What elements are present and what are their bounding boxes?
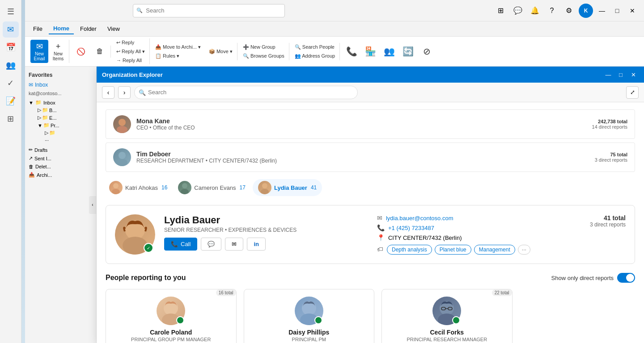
folder-b[interactable]: ▷📁B... <box>34 106 96 114</box>
folder-e[interactable]: ▷📁E... <box>34 114 96 121</box>
title-bar-search-wrap[interactable] <box>133 4 285 17</box>
profile-details: Lydia Bauer SENIOR RESEARCHER • EXPERIEN… <box>164 214 368 255</box>
move-group: 📥 Move to Archi... ▾ 📋 Rules ▾ 📦 Move ▾ <box>151 43 237 60</box>
email-link[interactable]: lydia.bauer@contoso.com <box>386 215 453 222</box>
tag-depth-analysis[interactable]: Depth analysis <box>387 245 432 255</box>
svg-point-3 <box>117 159 127 166</box>
tab-home[interactable]: Home <box>49 23 74 34</box>
collapse-sidebar-button[interactable]: ‹ <box>89 196 96 214</box>
browse-groups-button[interactable]: 🔍 Browse Groups <box>240 52 287 60</box>
mail-nav-icon[interactable]: ✉ <box>3 21 19 38</box>
inbox-folder[interactable]: ▼📁Inbox <box>25 99 96 106</box>
call-button[interactable]: 📞 Call <box>164 238 197 251</box>
bell-icon[interactable]: 🔔 <box>528 4 542 18</box>
move-to-archive-button[interactable]: 📥 Move to Archi... ▾ <box>153 43 203 51</box>
svg-point-7 <box>181 189 189 194</box>
sent-folder[interactable]: ↗Sent I... <box>25 154 96 163</box>
loop-button[interactable]: 🔄 <box>399 44 417 59</box>
org-forward-button[interactable]: › <box>118 86 131 99</box>
address-group-button[interactable]: 👥 Address Group <box>292 52 338 60</box>
folder-pr[interactable]: ▼📁Pr... <box>34 121 96 129</box>
drafts-folder[interactable]: ✏Drafts <box>25 146 96 154</box>
direct-reports-toggle-wrap: Show only direct reports <box>551 273 635 283</box>
user-avatar[interactable]: K <box>579 4 593 18</box>
grid-icon[interactable]: ⊞ <box>494 4 508 18</box>
search-people-button[interactable]: 🔍 Search People <box>292 43 338 51</box>
expand-more[interactable]: ··· <box>41 137 96 144</box>
breadcrumb-cameron[interactable]: Cameron Evans 17 <box>174 179 249 196</box>
new-group-button[interactable]: ➕ New Group <box>240 43 287 51</box>
skype-button[interactable]: 📞 <box>343 44 360 59</box>
profile-direct-reports: 3 direct reports <box>590 222 626 228</box>
close-button[interactable]: ✕ <box>626 4 639 17</box>
chat-icon: 💬 <box>208 241 215 247</box>
linkedin-icon: in <box>254 241 259 247</box>
move-button[interactable]: 📦 Move ▾ <box>206 47 235 56</box>
profile-name: Lydia Bauer <box>164 214 368 226</box>
tag-more-button[interactable]: ··· <box>518 245 530 255</box>
tag-planet-blue[interactable]: Planet blue <box>435 245 471 255</box>
chat-button[interactable]: 💬 <box>201 238 221 251</box>
lydia-status-indicator: ✓ <box>144 243 153 253</box>
reply-button[interactable]: ↩ Reply <box>114 38 148 47</box>
clean-up-button[interactable]: 🗑 <box>91 46 109 57</box>
tag-management[interactable]: Management <box>474 245 515 255</box>
title-bar-search-input[interactable] <box>133 4 285 17</box>
chat-icon[interactable]: 💬 <box>511 4 525 18</box>
email-row: ✉ lydia.bauer@contoso.com <box>377 214 581 222</box>
reporting-title: People reporting to you <box>106 274 186 282</box>
person-card-cecil[interactable]: 22 total Cecil Forks PRINCIPAL RESEARCH … <box>381 289 513 343</box>
inbox-link[interactable]: ✉ Inbox <box>25 80 96 90</box>
email-icon: ✉ <box>377 214 382 222</box>
direct-reports-toggle[interactable] <box>617 273 635 283</box>
tasks-nav-icon[interactable]: ✓ <box>3 75 19 91</box>
notes-nav-icon[interactable]: 📝 <box>3 93 19 109</box>
breadcrumb-lydia[interactable]: Lydia Bauer 41 <box>253 179 322 196</box>
new-items-button[interactable]: + NewItems <box>49 40 67 63</box>
reply-all-button[interactable]: ↩ Reply All ▾ <box>114 47 148 56</box>
deleted-folder[interactable]: 🗑Delet... <box>25 163 96 171</box>
toggle-label: Show only direct reports <box>551 275 614 281</box>
folder-sub1[interactable]: ▷📁 <box>41 129 96 137</box>
org-back-button[interactable]: ‹ <box>102 86 114 99</box>
email-sidebar: Favorites ✉ Inbox kat@contoso... ▼📁Inbox… <box>25 67 97 343</box>
lydia-bc-avatar <box>258 181 271 194</box>
org-minimize-button[interactable]: — <box>603 69 614 80</box>
calendar-nav-icon[interactable]: 📅 <box>3 39 19 55</box>
linkedin-button[interactable]: in <box>247 238 266 251</box>
carole-card-avatar-wrap <box>157 297 185 325</box>
person-card-daisy[interactable]: Daisy Phillips PRINCIPAL PM EXPERIENCES … <box>244 289 375 343</box>
new-email-button[interactable]: ✉ NewEmail <box>30 40 48 63</box>
breadcrumb-katri[interactable]: Katri Ahokas 16 <box>106 179 171 196</box>
org-maximize-button[interactable]: □ <box>615 69 626 80</box>
person-item-tim[interactable]: Tim Deboer RESEARCH DEPARTMENT • CITY CE… <box>106 142 635 172</box>
minimize-button[interactable]: — <box>596 4 608 17</box>
phone-link[interactable]: +1 (425) 7233487 <box>388 225 434 231</box>
store-button[interactable]: 🏪 <box>361 44 379 59</box>
help-icon[interactable]: ? <box>545 4 559 18</box>
svg-point-8 <box>262 183 267 188</box>
teams-button[interactable]: 👥 <box>380 44 398 59</box>
call-icon: 📞 <box>171 241 178 247</box>
empty-space <box>520 289 636 343</box>
tab-file[interactable]: File <box>29 24 47 34</box>
org-search-input[interactable] <box>134 86 358 99</box>
forward-button[interactable]: → Reply All <box>114 56 148 64</box>
rules-button[interactable]: 📋 Rules ▾ <box>153 52 203 60</box>
people-nav-icon[interactable]: 👥 <box>3 57 19 73</box>
org-close-button[interactable]: ✕ <box>628 69 639 80</box>
person-item-mona[interactable]: Mona Kane CEO • Office of the CEO 242,73… <box>106 109 635 139</box>
maximize-button[interactable]: □ <box>611 4 623 17</box>
apps-nav-icon[interactable]: ⊞ <box>3 111 19 127</box>
ignore-button[interactable]: 🚫 <box>72 46 90 58</box>
person-card-carole[interactable]: 16 total Carole Poland PRINCIPAL GROUP P… <box>106 289 237 343</box>
archive-folder[interactable]: 📥Archi... <box>25 171 96 179</box>
block-button[interactable]: ⊘ <box>418 44 436 59</box>
tab-folder[interactable]: Folder <box>76 24 101 34</box>
cameron-bc-count: 17 <box>240 184 246 191</box>
org-expand-button[interactable]: ⤢ <box>626 86 639 99</box>
mail-button[interactable]: ✉ <box>225 238 243 251</box>
hamburger-icon[interactable]: ☰ <box>3 4 19 20</box>
settings-icon[interactable]: ⚙ <box>562 4 576 18</box>
tab-view[interactable]: View <box>103 24 124 34</box>
